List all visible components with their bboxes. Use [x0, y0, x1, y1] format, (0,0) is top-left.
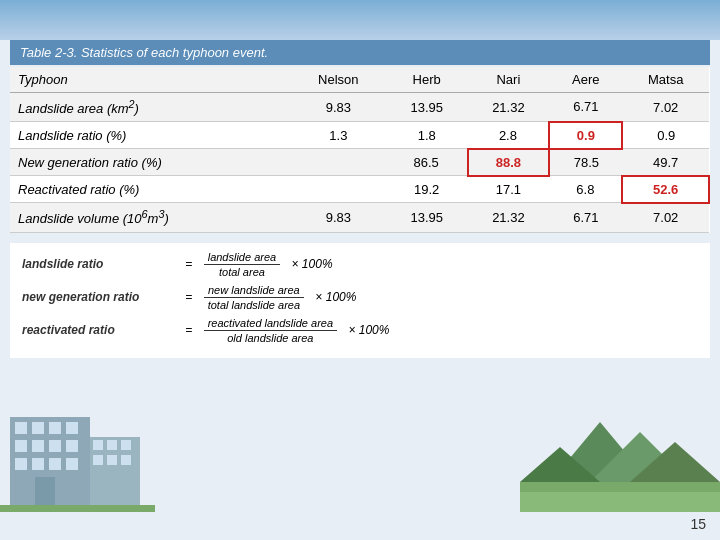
svg-rect-18 [93, 455, 103, 465]
formula-reactivated: reactivated ratio = reactivated landslid… [22, 317, 698, 344]
cell-r4-c2: 21.32 [468, 203, 550, 232]
fraction-2: new landslide area total landslide area [204, 284, 304, 311]
row-label-0: Landslide area (km2) [10, 93, 291, 122]
cell-r1-c3: 0.9 [549, 122, 622, 149]
table-row: Landslide area (km2)9.8313.9521.326.717.… [10, 93, 709, 122]
svg-rect-2 [32, 422, 44, 434]
formula-label-1: landslide ratio [22, 257, 182, 271]
cell-r2-c2: 88.8 [468, 149, 550, 176]
row-label-4: Landslide volume (106m3) [10, 203, 291, 232]
main-content: Table 2-3. Statistics of each typhoon ev… [10, 40, 710, 358]
svg-rect-27 [520, 492, 720, 512]
table-row: Landslide volume (106m3)9.8313.9521.326.… [10, 203, 709, 232]
cell-r3-c4: 52.6 [622, 176, 709, 203]
svg-rect-12 [66, 458, 78, 470]
fraction-3-num: reactivated landslide area [204, 317, 337, 331]
cell-r2-c0 [291, 149, 386, 176]
formula-eq-1: = landslide area total area × 100% [182, 251, 333, 278]
col-header-aere: Aere [549, 67, 622, 93]
fraction-1: landslide area total area [204, 251, 281, 278]
svg-rect-8 [66, 440, 78, 452]
cell-r4-c3: 6.71 [549, 203, 622, 232]
cell-r2-c1: 86.5 [386, 149, 468, 176]
formula-label-3: reactivated ratio [22, 323, 182, 337]
cell-r0-c4: 7.02 [622, 93, 709, 122]
formula-eq-3: = reactivated landslide area old landsli… [182, 317, 389, 344]
formula-eq-2: = new landslide area total landslide are… [182, 284, 356, 311]
svg-rect-13 [35, 477, 55, 507]
svg-rect-7 [49, 440, 61, 452]
mountain-illustration [520, 402, 720, 512]
fraction-2-num: new landslide area [204, 284, 304, 298]
cell-r2-c4: 49.7 [622, 149, 709, 176]
cell-r3-c1: 19.2 [386, 176, 468, 203]
cell-r4-c0: 9.83 [291, 203, 386, 232]
table-row: New generation ratio (%)86.588.878.549.7 [10, 149, 709, 176]
cell-r0-c1: 13.95 [386, 93, 468, 122]
svg-rect-21 [0, 505, 155, 512]
cell-r2-c3: 78.5 [549, 149, 622, 176]
svg-rect-17 [121, 440, 131, 450]
table-row: Reactivated ratio (%)19.217.16.852.6 [10, 176, 709, 203]
fraction-3: reactivated landslide area old landslide… [204, 317, 337, 344]
formula-label-2: new generation ratio [22, 290, 182, 304]
svg-rect-4 [66, 422, 78, 434]
svg-rect-1 [15, 422, 27, 434]
fraction-3-den: old landslide area [223, 331, 317, 344]
row-label-2: New generation ratio (%) [10, 149, 291, 176]
cell-r3-c2: 17.1 [468, 176, 550, 203]
formulas-section: landslide ratio = landslide area total a… [10, 243, 710, 358]
col-header-typhoon: Typhoon [10, 67, 291, 93]
svg-rect-19 [107, 455, 117, 465]
cell-r1-c2: 2.8 [468, 122, 550, 149]
cell-r3-c3: 6.8 [549, 176, 622, 203]
row-label-3: Reactivated ratio (%) [10, 176, 291, 203]
table-header-row: Typhoon Nelson Herb Nari Aere Matsa [10, 67, 709, 93]
svg-rect-10 [32, 458, 44, 470]
svg-rect-5 [15, 440, 27, 452]
cell-r3-c0 [291, 176, 386, 203]
building-illustration [0, 397, 155, 512]
cell-r0-c2: 21.32 [468, 93, 550, 122]
cell-r0-c3: 6.71 [549, 93, 622, 122]
svg-rect-15 [93, 440, 103, 450]
cell-r4-c1: 13.95 [386, 203, 468, 232]
col-header-herb: Herb [386, 67, 468, 93]
fraction-1-num: landslide area [204, 251, 281, 265]
formula-landslide-ratio: landslide ratio = landslide area total a… [22, 251, 698, 278]
background-top-bar [0, 0, 720, 40]
col-header-nari: Nari [468, 67, 550, 93]
table-caption: Table 2-3. Statistics of each typhoon ev… [10, 40, 710, 65]
cell-r4-c4: 7.02 [622, 203, 709, 232]
cell-r1-c0: 1.3 [291, 122, 386, 149]
cell-r0-c0: 9.83 [291, 93, 386, 122]
svg-rect-20 [121, 455, 131, 465]
cell-r1-c1: 1.8 [386, 122, 468, 149]
col-header-nelson: Nelson [291, 67, 386, 93]
formula-new-generation: new generation ratio = new landslide are… [22, 284, 698, 311]
cell-r1-c4: 0.9 [622, 122, 709, 149]
svg-rect-11 [49, 458, 61, 470]
row-label-1: Landslide ratio (%) [10, 122, 291, 149]
svg-rect-9 [15, 458, 27, 470]
svg-rect-6 [32, 440, 44, 452]
page-number: 15 [690, 516, 706, 532]
col-header-matsa: Matsa [622, 67, 709, 93]
fraction-2-den: total landslide area [204, 298, 304, 311]
fraction-1-den: total area [215, 265, 269, 278]
svg-rect-16 [107, 440, 117, 450]
svg-rect-3 [49, 422, 61, 434]
statistics-table: Typhoon Nelson Herb Nari Aere Matsa Land… [10, 67, 710, 233]
table-row: Landslide ratio (%)1.31.82.80.90.9 [10, 122, 709, 149]
